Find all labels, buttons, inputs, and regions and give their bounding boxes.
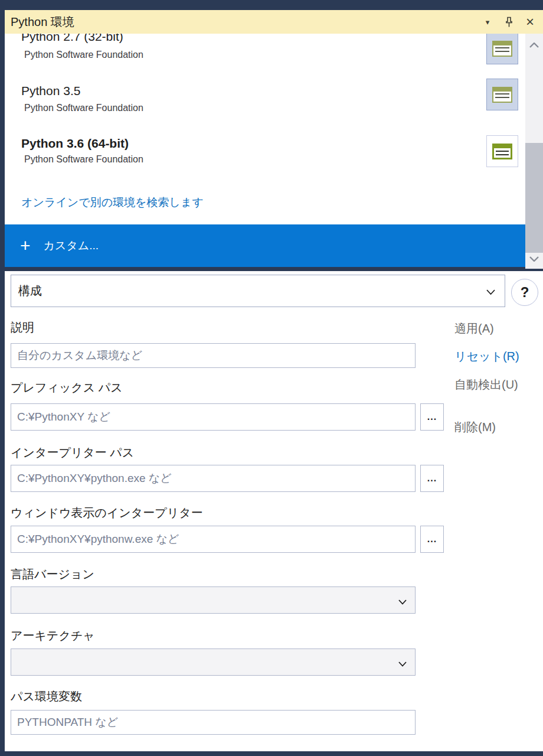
apply-button[interactable]: 適用(A) [454, 321, 494, 337]
interpreter-path-input[interactable] [11, 465, 416, 492]
configuration-combobox[interactable]: 構成 [11, 275, 505, 307]
interactive-window-icon [492, 87, 512, 103]
prefix-path-label: プレフィックス パス [11, 380, 123, 396]
python-environments-tool-window: Python 環境 ▾ × Python 2.7 (32-bit) Python… [0, 0, 543, 756]
search-online-environments-link[interactable]: オンラインで別の環境を検索します [21, 195, 204, 210]
windowed-interpreter-label: ウィンドウ表示のインタープリター [11, 505, 203, 521]
titlebar-icons: ▾ × [482, 10, 536, 34]
interactive-window-icon [492, 41, 512, 57]
custom-button-label: カスタム... [44, 238, 99, 253]
scroll-down-icon[interactable] [525, 250, 543, 268]
environment-list: Python 2.7 (32-bit) Python Software Foun… [5, 34, 525, 267]
env-item-python36-window-button[interactable] [486, 135, 518, 167]
configuration-combobox-value: 構成 [18, 283, 42, 299]
chevron-down-icon [486, 287, 495, 298]
path-env-var-input[interactable] [11, 710, 416, 735]
interpreter-path-label: インタープリター パス [11, 445, 134, 461]
prefix-path-browse-button[interactable]: ... [420, 403, 444, 431]
description-label: 説明 [11, 320, 34, 335]
chevron-down-icon [398, 659, 407, 669]
env-item-python35-name[interactable]: Python 3.5 [21, 84, 80, 98]
configuration-pane: 構成 ? 説明 プレフィックス パス ... インタープリター パス ... ウ… [5, 271, 543, 751]
help-button[interactable]: ? [511, 279, 538, 306]
env-item-python27-company: Python Software Foundation [24, 50, 143, 60]
plus-icon: + [20, 237, 31, 255]
env-item-python36-company: Python Software Foundation [24, 154, 143, 165]
window-title: Python 環境 [11, 14, 74, 30]
interpreter-path-browse-button[interactable]: ... [420, 465, 444, 492]
close-icon[interactable]: × [524, 15, 536, 28]
env-item-python35-company: Python Software Foundation [24, 103, 143, 113]
interactive-window-icon [492, 144, 512, 159]
pin-icon[interactable] [503, 15, 515, 28]
vertical-scrollbar[interactable] [525, 34, 543, 269]
env-item-python27-window-button[interactable] [486, 34, 518, 64]
titlebar: Python 環境 ▾ × [5, 10, 543, 34]
remove-button[interactable]: 削除(M) [454, 419, 496, 435]
architecture-select[interactable] [11, 649, 416, 676]
env-item-python36-name[interactable]: Python 3.6 (64-bit) [21, 136, 129, 151]
description-input[interactable] [11, 343, 416, 368]
path-env-var-label: パス環境変数 [11, 689, 82, 705]
env-item-python27-name[interactable]: Python 2.7 (32-bit) [21, 34, 123, 44]
window-menu-dropdown-icon[interactable]: ▾ [482, 15, 493, 28]
prefix-path-input[interactable] [11, 403, 416, 431]
pane-divider [5, 267, 525, 271]
reset-button[interactable]: リセット(R) [454, 348, 519, 364]
windowed-interpreter-browse-button[interactable]: ... [420, 526, 444, 553]
language-version-select[interactable] [11, 586, 416, 614]
scroll-up-icon[interactable] [525, 36, 543, 54]
chevron-down-icon [398, 597, 407, 607]
add-custom-environment-button[interactable]: + カスタム... [5, 224, 525, 267]
env-item-python35-window-button[interactable] [486, 79, 518, 110]
architecture-label: アーキテクチャ [11, 628, 95, 644]
language-version-label: 言語バージョン [11, 566, 94, 582]
windowed-interpreter-input[interactable] [11, 526, 416, 553]
scrollbar-thumb[interactable] [525, 143, 543, 253]
auto-detect-button[interactable]: 自動検出(U) [454, 377, 518, 393]
